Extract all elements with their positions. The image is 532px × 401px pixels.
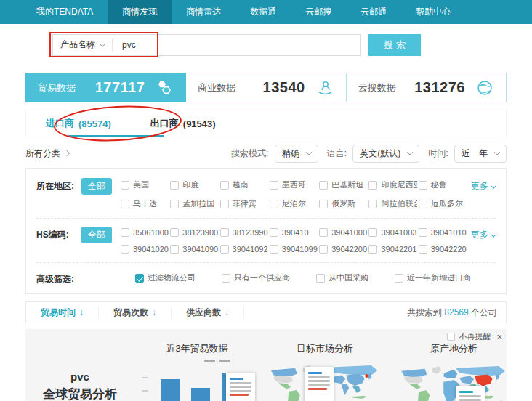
nav-item-my-tendata[interactable]: 我的TENDATA bbox=[22, 0, 108, 24]
region-option[interactable]: 厄瓜多尔 bbox=[419, 198, 467, 209]
stat-business-data[interactable]: 商业数据 13540 bbox=[186, 73, 346, 102]
arrow-down-icon: ↓ bbox=[79, 307, 84, 317]
region-option[interactable]: 菲律宾 bbox=[220, 198, 268, 209]
region-option[interactable]: 墨西哥 bbox=[270, 179, 318, 190]
hs-option[interactable]: 39041010 bbox=[419, 228, 467, 237]
checkbox[interactable] bbox=[368, 200, 377, 208]
checkbox[interactable] bbox=[270, 228, 278, 237]
checkbox[interactable] bbox=[222, 274, 230, 283]
checkbox-checked[interactable] bbox=[135, 274, 144, 283]
checkbox[interactable] bbox=[220, 200, 229, 208]
hs-option[interactable]: 38123990 bbox=[220, 228, 268, 237]
checkbox[interactable] bbox=[170, 200, 179, 208]
hs-option[interactable]: 38123900 bbox=[170, 228, 218, 237]
region-option[interactable]: 印度 bbox=[170, 179, 218, 190]
language-select[interactable]: 英文(默认) bbox=[352, 145, 419, 163]
hs-option[interactable]: 39041003 bbox=[368, 228, 416, 237]
checkbox[interactable] bbox=[419, 245, 427, 254]
hs-all-button[interactable]: 全部 bbox=[81, 227, 112, 243]
advanced-option-new-importers[interactable]: 近一年新增进口商 bbox=[395, 272, 471, 283]
checkbox[interactable] bbox=[368, 228, 377, 237]
map-tooltip bbox=[305, 367, 334, 401]
nav-item-mail-search[interactable]: 云邮搜 bbox=[291, 0, 346, 24]
nav-item-data[interactable]: 数据通 bbox=[235, 0, 291, 24]
checkbox[interactable] bbox=[270, 181, 278, 190]
tab-exporters[interactable]: 出口商 (91543) bbox=[131, 110, 235, 137]
trade-chart[interactable]: ∕ ∕ ∕ bbox=[134, 358, 259, 401]
nav-item-radar[interactable]: 商情雷达 bbox=[172, 0, 235, 24]
region-option[interactable]: 印度尼西亚 bbox=[368, 179, 416, 190]
checkbox[interactable] bbox=[368, 181, 377, 190]
region-option[interactable]: 美国 bbox=[121, 179, 169, 190]
hs-option[interactable]: 39041020 bbox=[121, 245, 169, 254]
checkbox[interactable] bbox=[121, 245, 129, 254]
hs-option[interactable]: 39041090 bbox=[170, 245, 218, 254]
region-option[interactable]: 乌干达 bbox=[121, 198, 169, 209]
hs-more-link[interactable]: 更多 bbox=[471, 227, 496, 241]
hs-option[interactable]: 39041000 bbox=[319, 228, 367, 237]
product-name-select[interactable]: 产品名称 bbox=[53, 35, 112, 55]
all-categories-link[interactable]: 所有分类 bbox=[25, 147, 69, 160]
search-mode-select[interactable]: 精确 bbox=[275, 145, 318, 163]
dismiss-checkbox[interactable] bbox=[447, 333, 455, 341]
checkbox[interactable] bbox=[319, 181, 328, 190]
advanced-option-buy-from-china[interactable]: 从中国采购 bbox=[316, 272, 368, 283]
stat-cloud-search-data[interactable]: 云搜数据 131276 bbox=[347, 73, 507, 102]
advanced-option-filter-logistics[interactable]: 过滤物流公司 bbox=[135, 272, 196, 283]
checkbox[interactable] bbox=[170, 245, 179, 254]
close-icon[interactable]: × bbox=[496, 331, 502, 342]
checkbox[interactable] bbox=[220, 181, 229, 190]
nav-item-help[interactable]: 帮助中心 bbox=[401, 0, 465, 24]
region-option[interactable]: 俄罗斯 bbox=[319, 198, 367, 209]
checkbox[interactable] bbox=[395, 274, 403, 283]
hs-option[interactable]: 39042220 bbox=[419, 245, 467, 254]
time-select[interactable]: 近一年 bbox=[454, 145, 507, 163]
result-count: 82569 bbox=[444, 307, 468, 317]
region-option[interactable]: 孟加拉国 bbox=[170, 198, 218, 209]
sort-by-trade-time[interactable]: 贸易时间 ↓ bbox=[26, 307, 99, 318]
region-option[interactable]: 越南 bbox=[220, 179, 268, 190]
search-button[interactable]: 搜 索 bbox=[368, 34, 421, 56]
checkbox[interactable] bbox=[170, 228, 179, 237]
hs-option[interactable]: 39041099 bbox=[270, 245, 318, 254]
region-all-button[interactable]: 全部 bbox=[81, 178, 112, 195]
checkbox[interactable] bbox=[220, 245, 229, 254]
checkbox[interactable] bbox=[270, 245, 278, 254]
checkbox[interactable] bbox=[121, 228, 129, 237]
hs-option[interactable]: 39042200 bbox=[319, 245, 367, 254]
sort-by-supplier-count[interactable]: 供应商数 ↓ bbox=[172, 307, 244, 318]
checkbox-label: 390410 bbox=[282, 228, 309, 237]
region-option[interactable]: 巴基斯坦 bbox=[319, 179, 367, 190]
checkbox[interactable] bbox=[319, 228, 328, 237]
origin-map[interactable] bbox=[390, 358, 517, 401]
checkbox[interactable] bbox=[316, 274, 325, 283]
hs-option[interactable]: 39041092 bbox=[220, 245, 268, 254]
search-input-value[interactable]: pvc bbox=[113, 40, 136, 50]
checkbox[interactable] bbox=[121, 181, 129, 190]
checkbox[interactable] bbox=[419, 228, 427, 237]
hs-option[interactable]: 39042201 bbox=[368, 245, 416, 254]
tab-importers[interactable]: 进口商 (85574) bbox=[26, 110, 131, 137]
nav-item-discover[interactable]: 商情发现 bbox=[108, 0, 172, 24]
target-market-map[interactable] bbox=[259, 358, 390, 401]
region-option[interactable]: 阿拉伯联合... bbox=[368, 198, 416, 209]
nav-item-mail[interactable]: 云邮通 bbox=[346, 0, 401, 24]
hs-option[interactable]: 390410 bbox=[270, 228, 318, 237]
checkbox[interactable] bbox=[419, 181, 427, 190]
stat-trade-data[interactable]: 贸易数据 177117 bbox=[25, 73, 186, 102]
region-option[interactable]: 尼泊尔 bbox=[270, 198, 318, 209]
checkbox[interactable] bbox=[319, 245, 328, 254]
region-option[interactable]: 秘鲁 bbox=[419, 179, 467, 190]
region-more-link[interactable]: 更多 bbox=[471, 178, 496, 193]
checkbox[interactable] bbox=[220, 228, 229, 237]
checkbox[interactable] bbox=[121, 200, 129, 208]
checkbox[interactable] bbox=[319, 200, 328, 208]
advanced-option-single-supplier[interactable]: 只有一个供应商 bbox=[222, 272, 290, 283]
checkbox[interactable] bbox=[419, 200, 427, 208]
sort-by-trade-count[interactable]: 贸易次数 ↓ bbox=[99, 307, 172, 318]
search-bar[interactable]: 产品名称 pvc bbox=[52, 34, 361, 56]
checkbox[interactable] bbox=[270, 200, 278, 208]
checkbox[interactable] bbox=[170, 181, 179, 190]
checkbox[interactable] bbox=[368, 245, 377, 254]
hs-option[interactable]: 35061000 bbox=[121, 228, 169, 237]
